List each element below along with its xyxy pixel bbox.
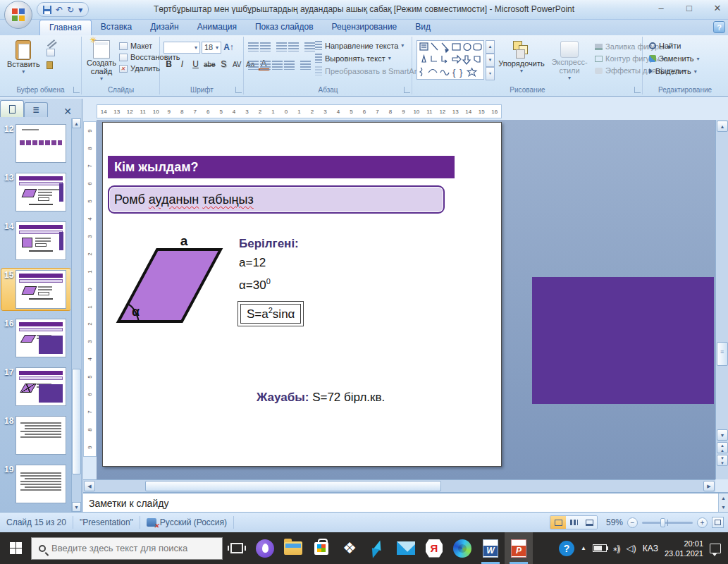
font-dialog-launcher[interactable] (235, 87, 242, 93)
quick-styles-button[interactable]: Экспресс-стили ▾ (544, 41, 595, 81)
strikethrough-button[interactable]: abe (203, 58, 216, 70)
battery-icon[interactable] (593, 544, 607, 552)
task-view-button[interactable] (223, 532, 251, 564)
align-right-icon[interactable] (272, 61, 283, 70)
scroll-down-icon[interactable]: ▼ (717, 429, 728, 441)
thumbnail-slide-14[interactable]: 14 (1, 220, 70, 262)
tab-slides-thumbnails[interactable] (0, 100, 24, 117)
normal-view-button[interactable] (550, 516, 566, 529)
file-explorer-button[interactable] (279, 532, 307, 564)
thumbnails-scroll-down-icon[interactable]: ▼ (72, 502, 81, 512)
language-indicator[interactable]: Русский (Россия) (140, 516, 234, 529)
find-button[interactable]: Найти (649, 42, 699, 50)
fit-to-window-button[interactable] (712, 517, 724, 528)
bold-button[interactable]: B (163, 58, 175, 70)
start-button[interactable] (0, 532, 31, 564)
offslide-purple-rectangle[interactable] (532, 277, 714, 404)
slideshow-button[interactable] (581, 516, 597, 529)
minimize-button[interactable]: – (655, 3, 667, 13)
theme-name[interactable]: "Presentation" (73, 516, 140, 529)
thumbnails-scrollbar[interactable]: ▲ ▼ (71, 118, 81, 512)
text-direction-button[interactable]: Направление текста▾ (315, 41, 424, 50)
maximize-button[interactable]: □ (683, 3, 696, 13)
previous-slide-button[interactable]: ▲▲ (717, 442, 728, 453)
gallery-more-icon[interactable]: ▾ (486, 67, 495, 80)
formula-box[interactable]: S=a2sinα (240, 304, 301, 324)
thumbnails-scroll-up-icon[interactable]: ▲ (72, 118, 81, 128)
thumbnail-slide-12[interactable]: 12 (1, 123, 70, 164)
zoom-level[interactable]: 59% (602, 517, 623, 527)
task-textbox[interactable]: Ромб ауданын табыңыз (108, 185, 445, 214)
align-center-icon[interactable] (260, 61, 271, 70)
justify-icon[interactable] (284, 61, 295, 70)
notes-scroll-up-icon[interactable]: ▲ (719, 494, 728, 503)
next-slide-button[interactable]: ▼▼ (717, 455, 728, 466)
decrease-indent-icon[interactable] (276, 42, 287, 51)
vertical-scrollbar[interactable]: ▲ ▼ ▲▲ ▼▼ (715, 120, 728, 479)
redo-icon[interactable]: ↻ (67, 5, 74, 15)
tab-slideshow[interactable]: Показ слайдов (246, 20, 323, 35)
tab-animation[interactable]: Анимация (188, 20, 246, 35)
volume-icon[interactable]: ◁) (627, 543, 636, 553)
thumbnails-scroll-thumb[interactable] (72, 369, 81, 474)
scroll-up-icon[interactable]: ▲ (717, 121, 728, 132)
horizontal-scrollbar[interactable]: ◀ ▶ (83, 479, 715, 492)
search-input[interactable] (51, 543, 206, 553)
align-text-button[interactable]: Выровнять текст▾ (315, 54, 424, 63)
close-button[interactable]: ✕ (711, 3, 724, 13)
zoom-out-button[interactable]: − (627, 517, 638, 528)
tab-design[interactable]: Дизайн (141, 20, 187, 35)
replace-button[interactable]: Заменить▾ (649, 54, 699, 63)
italic-button[interactable]: I (176, 58, 188, 70)
gallery-down-icon[interactable]: ▼ (486, 54, 495, 67)
select-button[interactable]: Выделить▾ (649, 67, 699, 75)
edge-button[interactable] (448, 532, 476, 564)
notes-scroll-down-icon[interactable]: ▼ (719, 503, 728, 512)
notes-panel[interactable]: Заметки к слайду ▲ ▼ (83, 492, 728, 512)
font-size-combobox[interactable]: 18▾ (202, 42, 221, 54)
align-left-icon[interactable] (248, 61, 259, 70)
zoom-in-button[interactable]: + (697, 517, 708, 528)
answer-textbox[interactable]: Жауабы: S=72 бірл.кв. (257, 391, 385, 405)
save-icon[interactable] (43, 6, 51, 14)
drawing-dialog-launcher[interactable] (634, 87, 641, 93)
zoom-slider-handle[interactable] (660, 518, 665, 527)
grow-font-button[interactable]: A↑ (223, 41, 235, 54)
tab-view[interactable]: Вид (406, 20, 440, 35)
given-textbox[interactable]: Берілгені: a=12 α=300 (239, 234, 299, 295)
teamviewer-help-icon[interactable]: ? (559, 541, 574, 556)
gallery-up-icon[interactable]: ▲ (486, 40, 495, 54)
notes-scrollbar[interactable]: ▲ ▼ (718, 494, 728, 512)
shadow-button[interactable]: S (218, 58, 230, 70)
powerpoint-button[interactable] (505, 532, 533, 564)
thumbnail-slide-18[interactable]: 18 (1, 415, 70, 456)
thumbnail-slide-17[interactable]: 17 (1, 366, 70, 407)
copy-icon[interactable] (47, 49, 55, 56)
slide-sorter-button[interactable] (566, 516, 581, 529)
tab-insert[interactable]: Вставка (92, 20, 142, 35)
clock[interactable]: 20:01 23.01.2021 (665, 539, 703, 558)
scroll-left-icon[interactable]: ◀ (84, 481, 95, 491)
notification-center-icon[interactable] (710, 544, 721, 553)
thumbnail-slide-15-selected[interactable]: 15 (1, 269, 70, 310)
tab-review[interactable]: Рецензирование (323, 20, 407, 35)
vertical-scroll-thumb[interactable] (717, 342, 728, 366)
tray-expand-icon[interactable]: ▲ (581, 545, 586, 551)
network-icon[interactable]: ⁎⸩ (613, 544, 620, 553)
slide-title-banner[interactable]: Кім жылдам? (108, 156, 455, 178)
scroll-right-icon[interactable]: ▶ (703, 481, 715, 491)
app-bolt-button[interactable] (364, 532, 392, 564)
tab-home[interactable]: Главная (39, 20, 92, 35)
undo-icon[interactable]: ↶ (56, 5, 63, 15)
thumbnail-slide-19[interactable]: 19 (1, 463, 70, 505)
smartart-button[interactable]: Преобразовать в SmartArt▾ (315, 66, 424, 75)
keyboard-layout[interactable]: КАЗ (643, 544, 658, 553)
columns-icon[interactable] (300, 61, 311, 70)
underline-button[interactable]: U (190, 58, 202, 70)
rhombus-shape[interactable]: a α (113, 235, 226, 327)
clipboard-dialog-launcher[interactable] (73, 87, 80, 93)
increase-indent-icon[interactable] (288, 42, 299, 51)
font-name-combobox[interactable]: ▾ (164, 42, 200, 54)
bullets-icon[interactable] (248, 42, 259, 51)
slide-counter[interactable]: Слайд 15 из 20 (0, 516, 73, 529)
